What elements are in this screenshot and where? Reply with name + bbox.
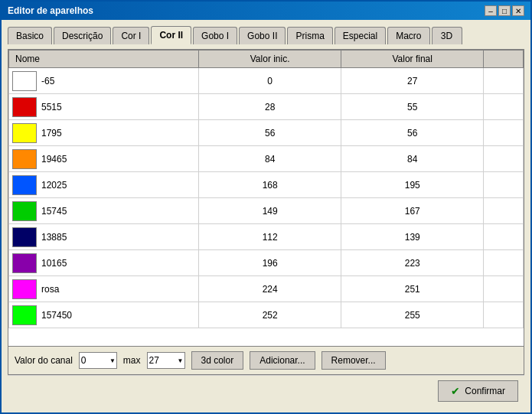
remover-button[interactable]: Remover... [321,351,386,370]
col-extra [484,51,524,68]
color-swatch [12,201,37,221]
table-row[interactable]: 15745149167 [9,198,524,224]
table-row[interactable]: 13885112139 [9,224,524,250]
tab-macro[interactable]: Macro [387,27,429,44]
confirmar-button[interactable]: ✔ Confirmar [438,380,518,402]
color-label: 1795 [41,128,62,139]
valor-final-cell: 251 [341,276,484,302]
valor-inic-cell: 149 [199,198,341,224]
color-name-cell: 157450 [9,302,199,328]
valor-final-cell: 56 [341,120,484,146]
extra-cell [484,250,524,276]
color-swatch [12,227,37,247]
tab-gobo1[interactable]: Gobo I [193,27,237,44]
color-label: rosa [41,284,59,295]
valor-final-cell: 27 [341,68,484,94]
color-swatch [12,71,37,91]
table-row[interactable]: 55152855 [9,94,524,120]
table-row[interactable]: 10165196223 [9,250,524,276]
valor-final-cell: 255 [341,302,484,328]
valor-inic-cell: 224 [199,276,341,302]
table-row[interactable]: rosa224251 [9,276,524,302]
title-bar: Editor de aparelhos – □ ✕ [2,2,530,20]
color-swatch [12,253,37,273]
valor-inic-cell: 0 [199,68,341,94]
valor-inic-cell: 28 [199,94,341,120]
main-window: Editor de aparelhos – □ ✕ Basico Descriç… [0,0,532,414]
extra-cell [484,198,524,224]
tab-gobo2[interactable]: Gobo II [239,27,286,44]
valor-final-cell: 84 [341,146,484,172]
valor-final-cell: 223 [341,250,484,276]
canal-label: Valor do canal [15,355,73,366]
color-name-cell: -65 [9,68,199,94]
window-title: Editor de aparelhos [8,5,93,16]
tab-prisma[interactable]: Prisma [287,27,332,44]
valor-final-cell: 195 [341,172,484,198]
color-label: 10165 [41,258,67,269]
tab-bar: Basico Descrição Cor I Cor II Gobo I Gob… [8,26,524,44]
valor-inic-cell: 84 [199,146,341,172]
color-label: -65 [41,76,54,86]
col-nome: Nome [9,51,199,68]
close-button[interactable]: ✕ [512,5,524,16]
color-name-cell: 12025 [9,172,199,198]
max-select[interactable]: 27 [147,352,185,369]
table-row[interactable]: 194658484 [9,146,524,172]
extra-cell [484,302,524,328]
color-swatch [12,149,37,169]
adicionar-button[interactable]: Adicionar... [250,351,315,370]
maximize-button[interactable]: □ [498,5,511,16]
bottom-bar: Valor do canal 0 ▼ max 27 ▼ 3d color Adi… [8,346,524,374]
table-row[interactable]: -65027 [9,68,524,94]
valor-inic-cell: 112 [199,224,341,250]
color-name-cell: 1795 [9,120,199,146]
color-table: Nome Valor inic. Valor final -6502755152… [8,50,524,328]
table-row[interactable]: 17955656 [9,120,524,146]
table-container: Nome Valor inic. Valor final -6502755152… [8,50,524,346]
table-row[interactable]: 157450252255 [9,302,524,328]
check-icon: ✔ [451,385,460,397]
color-label: 13885 [41,232,67,243]
color-name-cell: 5515 [9,94,199,120]
extra-cell [484,68,524,94]
color-name-cell: 19465 [9,146,199,172]
valor-final-cell: 55 [341,94,484,120]
color-label: 157450 [41,310,72,321]
table-scroll[interactable]: Nome Valor inic. Valor final -6502755152… [8,50,524,346]
extra-cell [484,146,524,172]
extra-cell [484,172,524,198]
canal-select-wrapper: 0 ▼ [79,352,117,369]
tab-especial[interactable]: Especial [335,27,386,44]
tab-3d[interactable]: 3D [432,27,462,44]
extra-cell [484,94,524,120]
tab-basico[interactable]: Basico [8,27,52,44]
valor-final-cell: 167 [341,198,484,224]
max-label: max [123,355,141,366]
valor-inic-cell: 196 [199,250,341,276]
col-valor-inic: Valor inic. [199,51,341,68]
valor-final-cell: 139 [341,224,484,250]
tab-descricao[interactable]: Descrição [54,27,111,44]
max-select-wrapper: 27 ▼ [147,352,185,369]
color-swatch [12,175,37,195]
color-label: 5515 [41,102,62,112]
color-swatch [12,97,37,117]
window-body: Basico Descrição Cor I Cor II Gobo I Gob… [2,20,530,412]
minimize-button[interactable]: – [485,5,497,16]
color-name-cell: 13885 [9,224,199,250]
tab-cor1[interactable]: Cor I [113,27,149,44]
valor-inic-cell: 56 [199,120,341,146]
table-row[interactable]: 12025168195 [9,172,524,198]
color-swatch [12,123,37,143]
valor-inic-cell: 168 [199,172,341,198]
footer: ✔ Confirmar [8,375,524,406]
color-name-cell: rosa [9,276,199,302]
tab-cor2[interactable]: Cor II [151,26,191,44]
color-label: 15745 [41,206,67,217]
color-swatch [12,279,37,299]
canal-select[interactable]: 0 [79,352,117,369]
extra-cell [484,276,524,302]
valor-inic-cell: 252 [199,302,341,328]
3d-color-button[interactable]: 3d color [191,351,244,370]
